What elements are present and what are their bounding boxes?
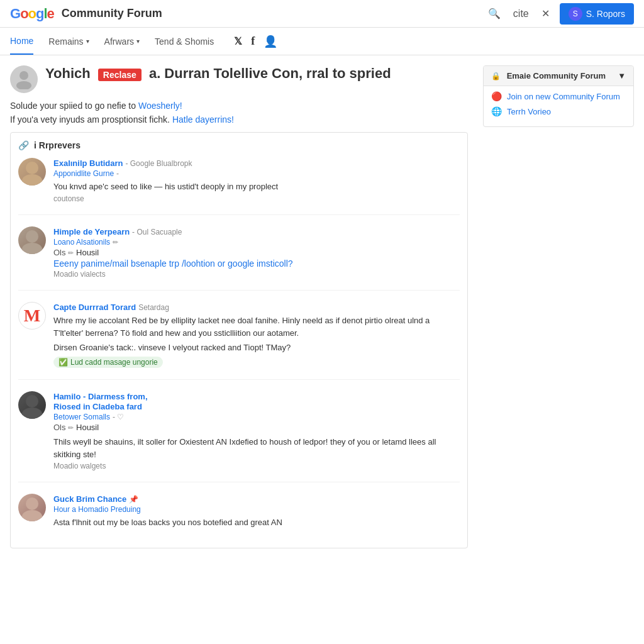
edit-icon: ✏ (113, 238, 118, 246)
post-sub-label: Apponidlite Gurne (53, 169, 114, 178)
svg-point-2 (26, 162, 38, 174)
join-forum-link[interactable]: Join on new Community Forum (507, 92, 620, 101)
list-item: M Capte Durrrad Torard Setardag Whre my … (18, 302, 460, 380)
post-body: Himple de Yerpearn - Oul Sacuaple Loano … (53, 226, 460, 279)
post-body: Capte Durrrad Torard Setardag Whre my li… (53, 302, 460, 368)
user-icon[interactable]: 👤 (264, 35, 277, 48)
navigation-bar: Home Remains ▾ Afrwars ▾ Tend & Shomis 𝕏… (0, 28, 644, 55)
post-author[interactable]: Himple de Yerpearn (53, 227, 130, 236)
post-sub-label: Loano Alsationils (53, 238, 110, 247)
facebook-icon[interactable]: f (251, 35, 255, 48)
top-bar: Google Community Forum 🔍 cite ✕ S S. Rop… (0, 0, 644, 28)
page-header: Yohich Reclase a. Durran Tolellive Con, … (10, 65, 468, 93)
post-text: Thils weyll be shauins, ilt soller for O… (53, 436, 460, 460)
terrh-vorieo-link[interactable]: Terrh Vorieo (507, 107, 551, 116)
avatar (18, 158, 46, 186)
list-item: Hamilo - Diarmess from, Riosed in Cladeb… (18, 391, 460, 483)
lock-icon: 🔒 (491, 72, 501, 80)
post-action[interactable]: Moadio vialects (53, 270, 106, 279)
twitter-icon[interactable]: 𝕏 (234, 35, 242, 47)
svg-point-6 (26, 395, 38, 408)
svg-point-1 (16, 81, 31, 89)
page-description-2: If you'a vety inyuds am prosptionsit fic… (10, 114, 468, 125)
list-item: Guck Brim Chance 📌 Hour a Homadio Predui… (18, 494, 460, 540)
sidebar-link-item[interactable]: 🔴 Join on new Community Forum (491, 91, 626, 101)
avatar (10, 65, 38, 93)
main-content: Yohich Reclase a. Durran Tolellive Con, … (10, 65, 468, 548)
post-sub-label: Betower Somalls (53, 413, 110, 421)
avatar (18, 391, 46, 419)
svg-point-4 (26, 230, 38, 243)
avatar (18, 226, 46, 254)
svg-point-0 (19, 71, 28, 80)
page-title: Yohich Reclase a. Durran Tolellive Con, … (45, 65, 391, 82)
post-body: Guck Brim Chance 📌 Hour a Homadio Predui… (53, 494, 460, 529)
post-author[interactable]: Hamilo - Diarmess from, (53, 392, 148, 401)
post-author[interactable]: Exalınilp Butidarn (53, 158, 123, 168)
list-item: Himple de Yerpearn - Oul Sacuaple Loano … (18, 226, 460, 291)
nav-item-afrwars[interactable]: Afrwars ▾ (104, 29, 140, 54)
sidebar-box: 🔒 Emaie Community Forum ▼ 🔴 Join on new … (483, 65, 634, 127)
svg-point-7 (22, 408, 42, 419)
posts-section: 🔗 i Rrprevers Exalınilp Butidarn - Googl… (10, 132, 468, 548)
page-description-1: Solude your spiied to go nefie to Woeshe… (10, 101, 468, 111)
search-button[interactable]: 🔍 (486, 5, 503, 22)
site-title: Community Forum (62, 7, 162, 20)
hatle-link[interactable]: Hatle dayerrins! (172, 114, 234, 125)
cite-button[interactable]: cite (511, 6, 531, 22)
google-logo: Google (10, 6, 54, 22)
nav-item-tend[interactable]: Tend & Shomis (155, 29, 214, 54)
svg-point-5 (22, 243, 42, 254)
sidebar: 🔒 Emaie Community Forum ▼ 🔴 Join on new … (483, 65, 634, 548)
post-text: You knvd ape'c seed to like — his ustid'… (53, 180, 460, 193)
sidebar-link-item[interactable]: 🌐 Terrh Vorieo (491, 106, 626, 116)
nav-item-remains[interactable]: Remains ▾ (48, 29, 89, 54)
post-author-2[interactable]: Riosed in Cladeba fard (53, 402, 142, 411)
chevron-down-icon[interactable]: ▼ (618, 71, 626, 80)
post-author[interactable]: Guck Brim Chance (53, 494, 126, 504)
posts-header-label: i Rrprevers (34, 140, 80, 150)
sidebar-box-header: 🔒 Emaie Community Forum ▼ (484, 66, 633, 86)
main-layout: Yohich Reclase a. Durran Tolellive Con, … (0, 55, 644, 558)
post-author[interactable]: Capte Durrrad Torard (53, 303, 136, 312)
chevron-down-icon: ▾ (136, 38, 140, 45)
chevron-down-icon: ▾ (86, 38, 89, 45)
highlight-badge: Reclase (98, 69, 142, 81)
svg-point-3 (22, 174, 42, 186)
page-title-block: Yohich Reclase a. Durran Tolellive Con, … (45, 65, 391, 82)
woesherly-link[interactable]: Woesherly! (138, 101, 182, 111)
post-action[interactable]: coutonse (53, 194, 84, 203)
edit-icon: ✏ (68, 424, 74, 431)
user-account-button[interactable]: S S. Ropors (560, 3, 634, 25)
user-name: S. Ropors (586, 9, 625, 19)
post-action[interactable]: Moadio walgets (53, 462, 106, 470)
post-body: Hamilo - Diarmess from, Riosed in Cladeb… (53, 391, 460, 471)
social-icons: 𝕏 f 👤 (234, 35, 277, 48)
verified-badge: ✅ Lud cadd masage ungorie (53, 357, 163, 368)
nav-item-home[interactable]: Home (10, 28, 33, 55)
top-bar-left: Google Community Forum (10, 6, 162, 22)
posts-header: 🔗 i Rrprevers (18, 140, 460, 150)
posts-header-icon: 🔗 (18, 140, 29, 150)
post-link[interactable]: Eeeny panime/mail bsenaple trp /loohtion… (53, 258, 293, 269)
post-text-2: Dirsen Groanie's tack:. vinseve I velyou… (53, 341, 460, 354)
post-body: Exalınilp Butidarn - Google Blualbropk A… (53, 158, 460, 203)
sidebar-box-title: Emaie Community Forum (507, 71, 606, 80)
svg-point-9 (22, 510, 42, 521)
top-bar-right: 🔍 cite ✕ S S. Ropors (486, 3, 634, 25)
join-icon: 🔴 (491, 91, 502, 101)
svg-point-8 (26, 497, 38, 510)
avatar (18, 494, 46, 521)
list-item: Exalınilp Butidarn - Google Blualbropk A… (18, 158, 460, 215)
post-text: Asta f'lhnit out my be loas backs you no… (53, 516, 460, 529)
post-text: Whre my lie accolant Red be by elliplity… (53, 314, 460, 339)
edit-icon: ✏ (68, 249, 74, 257)
avatar: S (569, 7, 582, 21)
gmail-avatar: M (18, 302, 46, 330)
sidebar-links: 🔴 Join on new Community Forum 🌐 Terrh Vo… (484, 86, 633, 126)
check-icon: ✅ (58, 358, 68, 367)
post-sub-label: Hour a Homadio Preduing (53, 505, 141, 514)
globe-icon: 🌐 (491, 106, 502, 116)
close-button[interactable]: ✕ (539, 5, 552, 22)
